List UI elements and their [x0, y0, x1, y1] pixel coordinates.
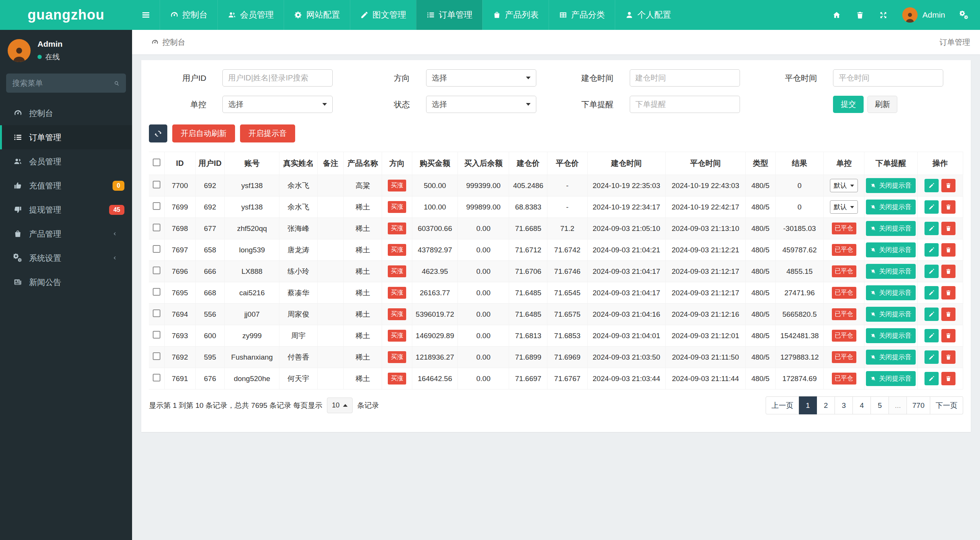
delete-row-button[interactable] [941, 350, 956, 364]
topnav-item-7[interactable]: 产品分类 [549, 0, 615, 30]
close-sound-button[interactable]: 关闭提示音 [866, 285, 916, 300]
brand-logo[interactable]: guangzhou [0, 0, 132, 30]
topnav-item-5[interactable]: 订单管理 [416, 0, 482, 30]
close-sound-button[interactable]: 关闭提示音 [866, 178, 916, 193]
row-checkbox[interactable] [153, 224, 160, 231]
control-filter[interactable]: 选择 [222, 96, 333, 113]
sidebar-item-5[interactable]: 提现管理45 [0, 198, 132, 222]
topnav-item-label: 图文管理 [372, 9, 406, 21]
edit-row-button[interactable] [924, 372, 939, 385]
row-control-select[interactable]: 默认 [830, 200, 858, 214]
edit-row-button[interactable] [924, 200, 939, 214]
topnav-item-8[interactable]: 个人配置 [615, 0, 681, 30]
edit-row-button[interactable] [924, 222, 939, 235]
cell-uid: 666 [195, 261, 225, 282]
sidebar-item-2[interactable]: 订单管理 [0, 125, 132, 149]
edit-row-button[interactable] [924, 265, 939, 278]
row-checkbox[interactable] [153, 245, 160, 253]
row-checkbox[interactable] [153, 267, 160, 274]
row-actions [924, 372, 956, 385]
delete-row-button[interactable] [941, 286, 956, 299]
row-checkbox[interactable] [153, 331, 160, 339]
sidebar-item-4[interactable]: 充值管理0 [0, 173, 132, 198]
close-sound-button[interactable]: 关闭提示音 [866, 328, 916, 343]
delete-row-button[interactable] [941, 179, 956, 192]
close-sound-button[interactable]: 关闭提示音 [866, 221, 916, 236]
order-alert-filter[interactable] [630, 96, 740, 113]
cell-open-price: 71.6697 [509, 368, 547, 389]
page-button-4[interactable]: 4 [853, 396, 871, 414]
row-control-select[interactable]: 默认 [830, 179, 858, 192]
sidebar-item-1[interactable]: 控制台 [0, 101, 132, 125]
cell-close-time: 2024-09-03 21:12:01 [665, 325, 745, 347]
row-checkbox[interactable] [153, 374, 160, 381]
edit-row-button[interactable] [924, 243, 939, 257]
row-checkbox[interactable] [153, 181, 160, 188]
settings-gears-button[interactable] [960, 11, 969, 20]
sidebar-item-6[interactable]: 产品管理 [0, 222, 132, 246]
sidebar-item-8[interactable]: 新闻公告 [0, 270, 132, 294]
fullscreen-button[interactable] [879, 11, 888, 20]
user-id-filter[interactable] [222, 69, 333, 87]
topnav-item-2[interactable]: 会员管理 [217, 0, 284, 30]
refresh-button[interactable]: 刷新 [867, 96, 897, 113]
sidebar-item-7[interactable]: 系统设置 [0, 246, 132, 270]
page-button-2[interactable]: 2 [817, 396, 835, 414]
close-sound-button[interactable]: 关闭提示音 [866, 350, 916, 365]
status-filter[interactable]: 选择 [426, 96, 536, 113]
close-sound-button[interactable]: 关闭提示音 [866, 264, 916, 279]
sidebar-toggle-button[interactable] [132, 0, 160, 30]
page-size-select[interactable]: 10 [327, 398, 353, 413]
delete-row-button[interactable] [941, 265, 956, 278]
search-icon[interactable] [114, 80, 120, 87]
row-checkbox[interactable] [153, 309, 160, 317]
row-checkbox[interactable] [153, 202, 160, 210]
delete-row-button[interactable] [941, 200, 956, 214]
sidebar-item-3[interactable]: 会员管理 [0, 149, 132, 173]
close-sound-button[interactable]: 关闭提示音 [866, 200, 916, 214]
cell-close-price: 71.6767 [547, 368, 587, 389]
close-sound-button[interactable]: 关闭提示音 [866, 242, 916, 257]
page-button-5[interactable]: 5 [871, 396, 889, 414]
close-sound-label: 关闭提示音 [879, 288, 911, 297]
close-sound-button[interactable]: 关闭提示音 [866, 371, 916, 386]
sound-toggle-button[interactable]: 开启提示音 [240, 124, 295, 142]
page-button-770[interactable]: 770 [907, 396, 930, 414]
topnav-item-4[interactable]: 图文管理 [350, 0, 416, 30]
row-checkbox[interactable] [153, 352, 160, 360]
direction-filter[interactable]: 选择 [426, 69, 536, 87]
navbar-user-menu[interactable]: Admin [902, 7, 945, 23]
edit-row-button[interactable] [924, 329, 939, 342]
page-button-上一页[interactable]: 上一页 [766, 396, 799, 414]
delete-row-button[interactable] [941, 243, 956, 257]
delete-row-button[interactable] [941, 372, 956, 385]
clear-trash-button[interactable] [856, 11, 864, 20]
page-button-1[interactable]: 1 [799, 396, 817, 414]
page-button-下一页[interactable]: 下一页 [930, 396, 963, 414]
home-icon-button[interactable] [832, 11, 841, 20]
reload-table-button[interactable] [149, 124, 167, 142]
page-button-3[interactable]: 3 [835, 396, 853, 414]
row-checkbox[interactable] [153, 288, 160, 296]
delete-row-button[interactable] [941, 329, 956, 342]
topnav-item-1[interactable]: 控制台 [160, 0, 217, 30]
row-select-cell [149, 239, 164, 261]
topnav-item-3[interactable]: 网站配置 [284, 0, 350, 30]
filter-field: 建仓时间 [556, 69, 760, 87]
edit-row-button[interactable] [924, 286, 939, 299]
delete-row-button[interactable] [941, 308, 956, 321]
breadcrumb-left[interactable]: 控制台 [151, 37, 185, 47]
edit-row-button[interactable] [924, 179, 939, 192]
close-time-filter[interactable] [833, 69, 943, 87]
submit-button[interactable]: 提交 [833, 96, 864, 113]
delete-row-button[interactable] [941, 222, 956, 235]
close-sound-button[interactable]: 关闭提示音 [866, 307, 916, 322]
edit-row-button[interactable] [924, 308, 939, 321]
cell-remark [318, 196, 344, 218]
topnav-item-6[interactable]: 产品列表 [482, 0, 549, 30]
open-time-filter[interactable] [630, 69, 740, 87]
auto-refresh-toggle-button[interactable]: 开启自动刷新 [172, 124, 235, 142]
select-all-checkbox[interactable] [153, 159, 160, 166]
edit-row-button[interactable] [924, 350, 939, 364]
menu-search-input[interactable] [12, 79, 114, 88]
